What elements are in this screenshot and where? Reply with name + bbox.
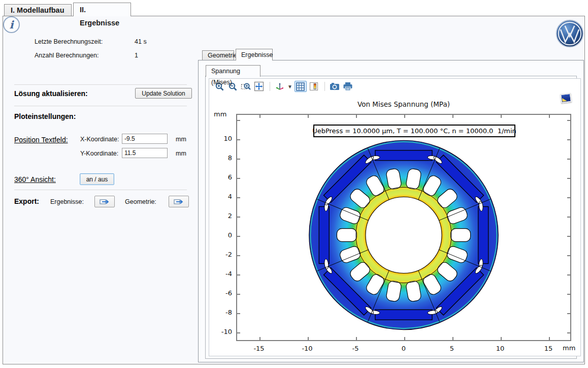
info-icon: i bbox=[3, 16, 20, 33]
x-tick-label: 0 bbox=[394, 345, 414, 352]
y-unit-label: mm bbox=[176, 150, 186, 157]
x-axis-unit: mm bbox=[563, 344, 575, 352]
solution-heading: Lösung aktualisieren: bbox=[14, 89, 88, 98]
export-icon bbox=[174, 198, 184, 205]
calc-time-label: Letzte Berechnungszeit: bbox=[35, 38, 103, 45]
export-geometry-label: Geometrie: bbox=[125, 198, 156, 205]
toolbar-separator bbox=[324, 82, 325, 91]
x-tick-label: 15 bbox=[538, 345, 559, 352]
tab-modellaufbau[interactable]: I. Modellaufbau bbox=[4, 4, 72, 16]
grid-icon[interactable] bbox=[295, 81, 307, 92]
y-tick-label: 6 bbox=[214, 173, 232, 181]
y-tick-label: 4 bbox=[214, 193, 232, 200]
axis-dropdown-caret[interactable]: ▼ bbox=[287, 84, 292, 89]
plot-frame[interactable] bbox=[236, 114, 571, 341]
export-results-label: Ergebnisse: bbox=[50, 198, 84, 205]
x-coordinate-label: X-Koordinate: bbox=[80, 136, 119, 143]
shaft-bore bbox=[366, 197, 442, 273]
x-tick-label: 5 bbox=[442, 345, 462, 352]
update-solution-button[interactable]: Update Solution bbox=[135, 88, 192, 99]
x-tick-label: -5 bbox=[345, 345, 366, 352]
x-tick-label: -15 bbox=[249, 345, 269, 352]
y-axis-unit: mm bbox=[214, 110, 226, 118]
results-groupbox: Spannung (Mises) bbox=[198, 60, 584, 362]
divider bbox=[14, 190, 187, 190]
y-tick-label: 0 bbox=[214, 231, 232, 239]
view360-label: 360° Ansicht: bbox=[14, 175, 56, 183]
calc-time-value: 41 s bbox=[135, 38, 147, 45]
x-tick-label: 10 bbox=[490, 345, 510, 352]
y-tick-label: 2 bbox=[214, 212, 232, 220]
axis-orientation-icon[interactable] bbox=[274, 81, 286, 92]
export-results-button[interactable] bbox=[94, 196, 115, 207]
view360-toggle-button[interactable]: an / aus bbox=[80, 173, 114, 185]
parameter-annotation: UebPress = 10.0000 µm, T = 100.000 °C, n… bbox=[313, 125, 515, 137]
snapshot-icon[interactable] bbox=[329, 81, 341, 92]
y-tick-label: 8 bbox=[214, 154, 232, 162]
position-textfield-label: Position Textfeld: bbox=[14, 136, 68, 144]
tab-ergebnisse[interactable]: II. Ergebnisse bbox=[73, 3, 131, 16]
tab-ergebnisse-plot[interactable]: Ergebnisse bbox=[236, 49, 273, 60]
main-tabbar: I. Modellaufbau II. Ergebnisse bbox=[0, 0, 588, 16]
color-legend-icon[interactable] bbox=[308, 81, 320, 92]
magnet bbox=[375, 150, 432, 161]
plot-title: Von Mises Spannung (MPa) bbox=[236, 100, 571, 108]
print-icon[interactable] bbox=[342, 81, 354, 92]
magnet bbox=[319, 206, 329, 263]
divider bbox=[14, 84, 187, 85]
spannung-pane: ▼ bbox=[205, 76, 577, 359]
tab-geometrie[interactable]: Geometrie bbox=[202, 50, 234, 60]
y-tick-label: -4 bbox=[214, 270, 232, 278]
tab-spannung-mises[interactable]: Spannung (Mises) bbox=[206, 65, 260, 77]
x-unit-label: mm bbox=[176, 136, 186, 143]
vw-logo bbox=[556, 19, 584, 48]
calc-count-value: 1 bbox=[135, 52, 138, 59]
export-geometry-button[interactable] bbox=[169, 196, 189, 207]
export-heading: Export: bbox=[14, 197, 39, 205]
plot-region: ▼ bbox=[209, 78, 581, 356]
y-coordinate-label: Y-Koordinate: bbox=[80, 150, 118, 157]
zoom-box-icon[interactable] bbox=[240, 81, 252, 92]
x-coordinate-input[interactable] bbox=[122, 134, 168, 144]
magnet bbox=[375, 310, 432, 320]
toolbar-separator bbox=[270, 82, 270, 91]
app-window: I. Modellaufbau II. Ergebnisse i Letzte … bbox=[0, 0, 588, 368]
flux-barrier-hole bbox=[337, 229, 356, 242]
y-tick-label: -2 bbox=[214, 251, 232, 258]
divider bbox=[14, 106, 187, 106]
y-tick-label: -8 bbox=[214, 309, 232, 316]
export-icon bbox=[100, 198, 110, 205]
y-tick-label: 10 bbox=[214, 135, 232, 142]
magnet bbox=[478, 206, 488, 263]
y-coordinate-input[interactable] bbox=[122, 148, 168, 158]
main-content: i Letzte Berechnungszeit: 41 s Anzahl Be… bbox=[3, 16, 585, 364]
x-tick-label: -10 bbox=[297, 345, 317, 352]
plot-settings-heading: Ploteinstellungen: bbox=[14, 112, 76, 120]
y-tick-label: -6 bbox=[214, 289, 232, 297]
calc-count-label: Anzahl Berechnungen: bbox=[35, 52, 99, 59]
plot-toolbar: ▼ bbox=[209, 79, 580, 94]
zoom-extents-icon[interactable] bbox=[253, 81, 265, 92]
stress-plot-svg bbox=[237, 115, 570, 340]
y-tick-label: -10 bbox=[214, 328, 232, 335]
flux-barrier-hole bbox=[451, 229, 471, 242]
